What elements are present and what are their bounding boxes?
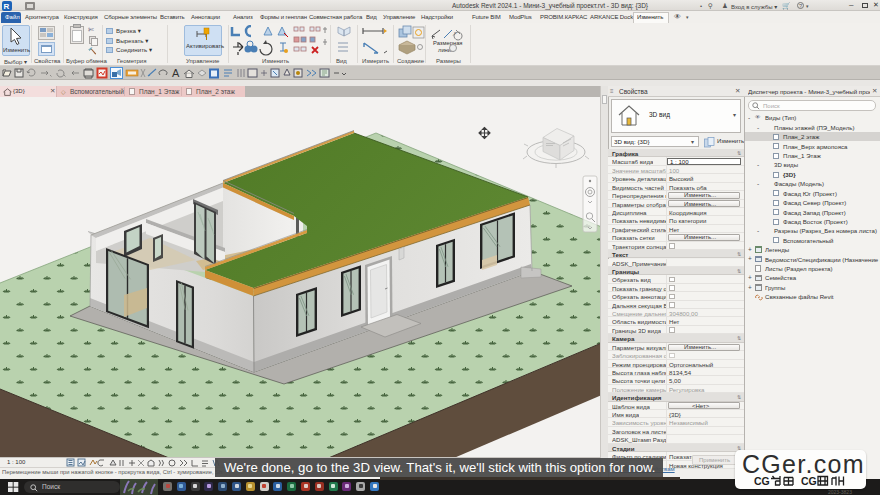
- svg-text:A: A: [172, 67, 180, 79]
